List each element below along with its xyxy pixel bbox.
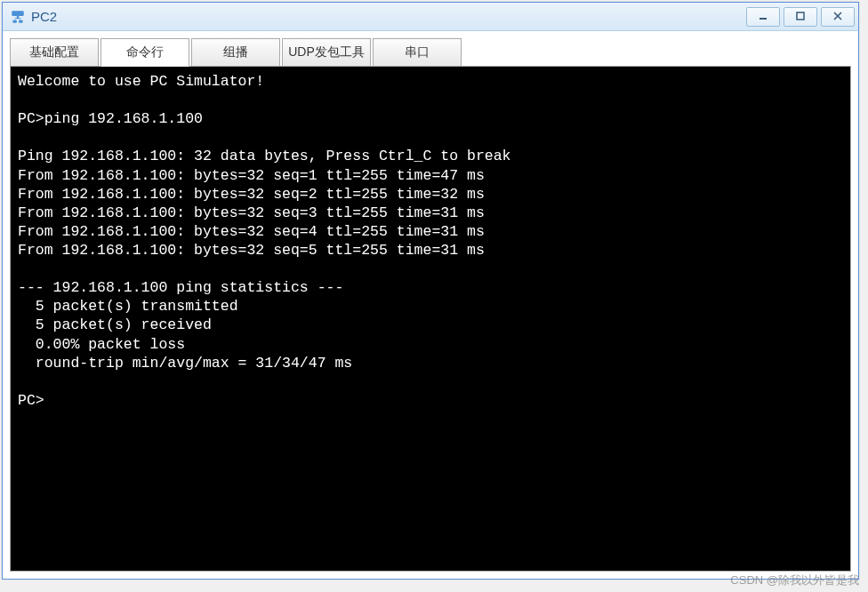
tab-command-line[interactable]: 命令行 (100, 38, 189, 67)
app-icon (10, 9, 26, 25)
watermark: CSDN @除我以外皆是我 (730, 572, 859, 588)
tab-udp-tool[interactable]: UDP发包工具 (282, 38, 371, 67)
tab-label: 组播 (223, 44, 248, 59)
close-button[interactable] (821, 7, 855, 27)
window-title: PC2 (31, 9, 746, 24)
maximize-button[interactable] (784, 7, 817, 27)
tab-label: 串口 (405, 44, 430, 59)
tab-label: 命令行 (126, 44, 164, 59)
close-icon (833, 10, 842, 23)
tab-basic-config[interactable]: 基础配置 (10, 38, 99, 67)
tab-multicast[interactable]: 组播 (191, 38, 280, 67)
svg-rect-0 (760, 18, 767, 20)
tab-bar: 基础配置 命令行 组播 UDP发包工具 串口 (10, 38, 851, 67)
window-controls (746, 7, 855, 27)
titlebar: PC2 (3, 3, 858, 31)
tab-label: 基础配置 (29, 44, 79, 59)
minimize-icon (759, 10, 768, 23)
tab-serial[interactable]: 串口 (373, 38, 462, 67)
terminal-output[interactable]: Welcome to use PC Simulator! PC>ping 192… (10, 66, 851, 572)
maximize-icon (796, 10, 805, 23)
tab-label: UDP发包工具 (288, 44, 365, 59)
app-window: PC2 基础配置 命令行 (2, 2, 859, 580)
svg-rect-1 (797, 12, 804, 20)
minimize-button[interactable] (746, 7, 780, 27)
content-area: 基础配置 命令行 组播 UDP发包工具 串口 Welcome to use PC… (3, 31, 858, 579)
